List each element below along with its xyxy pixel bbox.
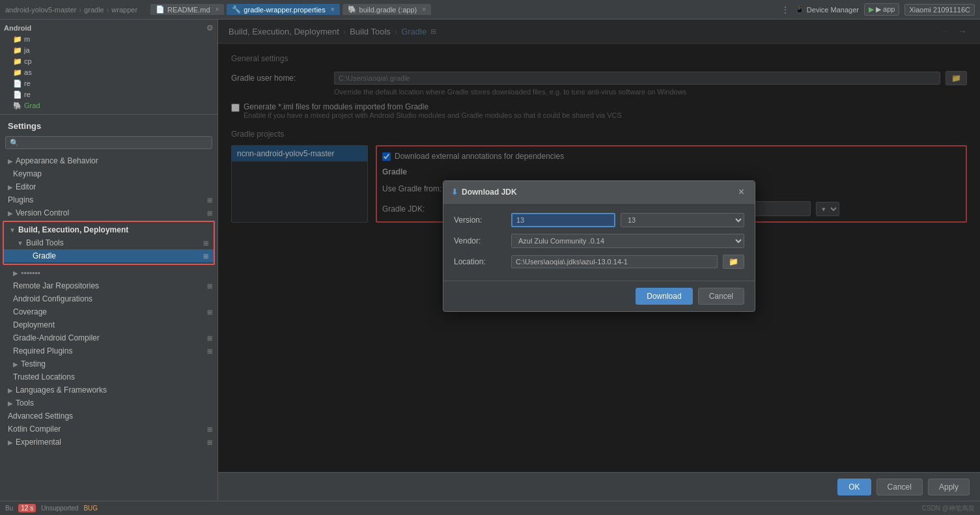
tree-re1-icon: 📄 xyxy=(13,79,22,87)
sidebar-item-build-exec-deploy[interactable]: ▼ Build, Execution, Deployment xyxy=(4,223,214,236)
tree-cp-icon: 📁 xyxy=(13,57,22,65)
run-app-label: ▶ app xyxy=(876,5,895,13)
tab-readme-label: README.md xyxy=(167,6,210,14)
tree-re2-icon: 📄 xyxy=(13,90,22,98)
sidebar-item-gradle-android[interactable]: Gradle-Android Compiler ⊞ xyxy=(0,331,217,344)
sidebar-item-advanced-settings[interactable]: Advanced Settings xyxy=(0,410,217,423)
download-jdk-modal: ⬇ Download JDK × Version: 13 xyxy=(443,180,755,312)
debugger-label: ▪▪▪▪▪▪▪ xyxy=(21,268,40,277)
tree-item-gradle[interactable]: 🐘 Grad xyxy=(0,100,217,111)
tree-item-re2[interactable]: 📄 re xyxy=(0,89,217,100)
coverage-badge: ⊞ xyxy=(207,309,212,316)
modal-version-input[interactable] xyxy=(511,213,615,227)
tab-wrapper-label: gradle-wrapper.properties xyxy=(244,6,325,14)
settings-footer: OK Cancel Apply xyxy=(218,472,980,501)
required-plugins-label: Required Plugins xyxy=(13,346,72,355)
bt-label: Build Tools xyxy=(26,238,64,247)
tab-build-gradle[interactable]: 🐘 build.gradle (:app) × xyxy=(343,4,432,15)
sidebar-item-remote-jar[interactable]: Remote Jar Repositories ⊞ xyxy=(0,279,217,292)
tab-wrapper-close[interactable]: × xyxy=(331,6,335,13)
sidebar-item-debugger[interactable]: ▶ ▪▪▪▪▪▪▪ xyxy=(0,266,217,279)
tree-item-as[interactable]: 📁 as xyxy=(0,67,217,78)
modal-version-select[interactable]: 13 xyxy=(621,213,744,227)
sidebar-item-appearance[interactable]: ▶ Appearance & Behavior xyxy=(0,154,217,167)
testing-label: Testing xyxy=(21,359,46,369)
project-gear-icon[interactable]: ⚙ xyxy=(206,23,214,33)
ok-btn[interactable]: OK xyxy=(837,479,871,495)
sidebar-item-build-tools[interactable]: ▼ Build Tools ⊞ xyxy=(4,236,214,249)
tree-java-icon: 📁 xyxy=(13,46,22,54)
sidebar-item-trusted-locations[interactable]: Trusted Locations xyxy=(0,370,217,383)
modal-body: Version: 13 Vendor: Azul Zulu Community … xyxy=(443,204,755,281)
modal-header: ⬇ Download JDK × xyxy=(443,181,755,204)
sidebar-item-coverage[interactable]: Coverage ⊞ xyxy=(0,305,217,318)
android-configs-label: Android Configurations xyxy=(13,294,92,303)
modal-footer: Download Cancel xyxy=(443,281,755,311)
status-bar: Bu 12 s Unsupported BUG CSDN @神笔馬良 xyxy=(0,501,980,515)
tree-item-re1[interactable]: 📄 re xyxy=(0,78,217,89)
tab-readme[interactable]: 📄 README.md × xyxy=(150,4,224,15)
modal-location-input[interactable] xyxy=(511,255,718,268)
modal-cancel-btn[interactable]: Cancel xyxy=(698,288,744,305)
error-badge: 12 s xyxy=(18,504,36,512)
modal-version-label: Version: xyxy=(454,216,506,225)
search-box[interactable] xyxy=(5,136,212,149)
modal-location-folder-btn[interactable]: 📁 xyxy=(723,255,744,269)
sidebar-item-editor[interactable]: ▶ Editor xyxy=(0,180,217,193)
coverage-label: Coverage xyxy=(13,307,47,316)
device-selector[interactable]: Xiaomi 21091116C xyxy=(904,4,975,16)
device-manager-btn[interactable]: 📱 Device Manager xyxy=(795,5,859,14)
status-left: Bu 12 s Unsupported BUG xyxy=(5,504,98,512)
toolbar-right: ⋮ 📱 Device Manager ▶ ▶ app Xiaomi 210911… xyxy=(781,3,975,16)
trusted-locations-label: Trusted Locations xyxy=(13,372,75,382)
sidebar-item-required-plugins[interactable]: Required Plugins ⊞ xyxy=(0,344,217,357)
tree-m-icon: 📁 xyxy=(13,35,22,43)
readme-icon: 📄 xyxy=(156,5,165,14)
vc-arrow-icon: ▶ xyxy=(8,210,13,217)
sidebar-item-plugins[interactable]: Plugins ⊞ xyxy=(0,193,217,206)
tab-build-gradle-label: build.gradle (:app) xyxy=(359,6,417,14)
download-icon: ⬇ xyxy=(451,188,458,197)
modal-title: ⬇ Download JDK xyxy=(451,188,517,197)
sidebar-item-gradle[interactable]: Gradle ⊞ xyxy=(4,249,214,262)
modal-close-btn[interactable]: × xyxy=(736,186,747,198)
gradle-android-label: Gradle-Android Compiler xyxy=(13,333,100,342)
sidebar-item-languages[interactable]: ▶ Languages & Frameworks xyxy=(0,383,217,397)
modal-overlay: ⬇ Download JDK × Version: 13 xyxy=(218,20,980,472)
sidebar-item-experimental[interactable]: ▶ Experimental ⊞ xyxy=(0,436,217,449)
sidebar-item-version-control[interactable]: ▶ Version Control ⊞ xyxy=(0,206,217,219)
modal-vendor-select[interactable]: Azul Zulu Community .0.14 xyxy=(511,234,744,248)
run-config-select[interactable]: ▶ ▶ app xyxy=(864,3,899,16)
exp-label: Experimental xyxy=(16,438,61,447)
tree-item-cp[interactable]: 📁 cp xyxy=(0,56,217,67)
sidebar-item-deployment[interactable]: Deployment xyxy=(0,318,217,331)
modal-download-btn[interactable]: Download xyxy=(636,288,692,305)
editor-label: Editor xyxy=(16,182,36,191)
content-area: Build, Execution, Deployment › Build Too… xyxy=(218,20,980,501)
tree-item-java[interactable]: 📁 ja xyxy=(0,45,217,56)
sidebar-item-kotlin[interactable]: Kotlin Compiler ⊞ xyxy=(0,423,217,436)
settings-search-input[interactable] xyxy=(5,136,212,149)
breadcrumb-project: android-yolov5-master xyxy=(5,6,76,14)
watermark: CSDN @神笔馬良 xyxy=(922,505,975,512)
tab-build-gradle-close[interactable]: × xyxy=(422,6,426,13)
sidebar-item-android-configs[interactable]: Android Configurations xyxy=(0,292,217,305)
deployment-label: Deployment xyxy=(13,320,55,329)
tree-gradle-icon: 🐘 xyxy=(13,102,22,109)
device-icon: 📱 xyxy=(795,5,804,14)
build-indicator[interactable]: Bu xyxy=(5,505,13,512)
cancel-btn[interactable]: Cancel xyxy=(876,479,923,495)
sidebar-item-testing[interactable]: ▶ Testing xyxy=(0,357,217,370)
apply-btn[interactable]: Apply xyxy=(928,479,970,495)
tree-item-m[interactable]: 📁 m xyxy=(0,34,217,45)
settings-panel: Settings ▶ Appearance & Behavior Keymap … xyxy=(0,115,217,501)
tab-readme-close[interactable]: × xyxy=(216,6,219,13)
build-gradle-icon: 🐘 xyxy=(348,5,357,14)
more-options-icon[interactable]: ⋮ xyxy=(781,5,790,15)
gradle-label: Gradle xyxy=(33,251,56,260)
sidebar-item-keymap[interactable]: Keymap xyxy=(0,167,217,180)
breadcrumb-sep1: › xyxy=(79,6,81,14)
plugins-badge: ⊞ xyxy=(207,197,212,204)
sidebar-item-tools[interactable]: ▶ Tools xyxy=(0,397,217,410)
tab-wrapper-props[interactable]: 🔧 gradle-wrapper.properties × xyxy=(227,4,339,15)
